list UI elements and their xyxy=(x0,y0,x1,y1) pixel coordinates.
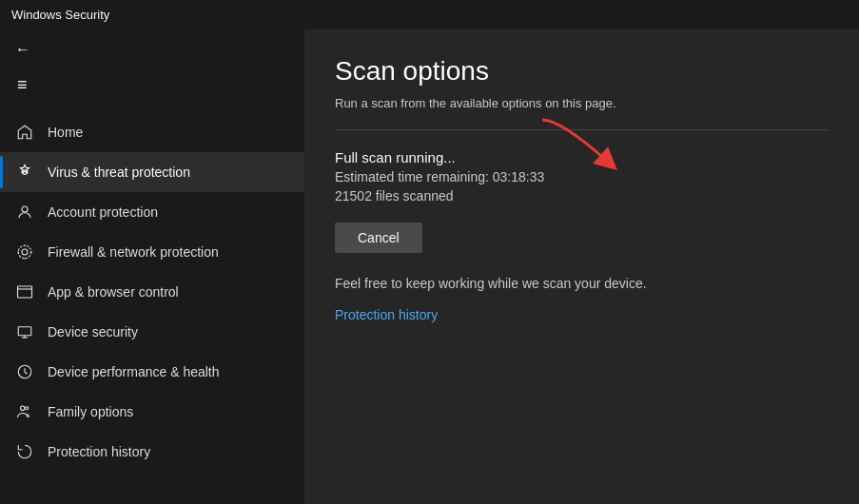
sidebar-item-browser[interactable]: App & browser control xyxy=(0,272,304,312)
sidebar-item-family-label: Family options xyxy=(48,404,133,419)
scan-info: Full scan running... Estimated time rema… xyxy=(335,149,829,204)
sidebar-item-account-label: Account protection xyxy=(48,204,158,220)
browser-icon xyxy=(15,282,34,301)
back-button[interactable]: ← xyxy=(11,39,34,60)
sidebar-item-virus-label: Virus & threat protection xyxy=(48,165,190,180)
svg-point-3 xyxy=(18,245,31,259)
sidebar-nav: Home Virus & threat protection xyxy=(0,112,304,472)
content-area: Scan options Run a scan from the availab… xyxy=(304,29,859,504)
scan-time: Estimated time remaining: 03:18:33 xyxy=(335,169,829,184)
svg-rect-4 xyxy=(18,286,32,298)
svg-point-9 xyxy=(21,406,26,411)
sidebar-item-firewall-label: Firewall & network protection xyxy=(48,244,219,260)
device-security-icon xyxy=(15,322,34,341)
sidebar-item-browser-label: App & browser control xyxy=(48,284,179,300)
sidebar-item-virus[interactable]: Virus & threat protection xyxy=(0,152,304,192)
firewall-icon xyxy=(15,242,34,262)
account-icon xyxy=(15,203,34,222)
sidebar-item-home-label: Home xyxy=(48,125,83,140)
protection-history-icon xyxy=(15,442,34,461)
svg-point-1 xyxy=(22,206,28,212)
sidebar-item-home[interactable]: Home xyxy=(0,112,304,152)
performance-icon xyxy=(15,362,34,381)
sidebar-item-firewall[interactable]: Firewall & network protection xyxy=(0,232,304,272)
title-bar: Windows Security xyxy=(0,0,859,29)
virus-icon xyxy=(15,163,34,182)
scan-status: Full scan running... xyxy=(335,149,829,165)
svg-point-2 xyxy=(22,249,28,255)
sidebar-item-protection-history-label: Protection history xyxy=(48,444,150,459)
main-layout: ← ≡ Home Virus xyxy=(0,29,859,504)
sidebar-item-protection-history[interactable]: Protection history xyxy=(0,432,304,472)
home-icon xyxy=(15,123,34,142)
sidebar-item-performance-label: Device performance & health xyxy=(48,364,220,379)
svg-point-10 xyxy=(26,407,29,410)
app-title: Windows Security xyxy=(11,8,109,22)
scan-files: 21502 files scanned xyxy=(335,188,829,204)
sidebar-item-device-security[interactable]: Device security xyxy=(0,312,304,352)
page-title: Scan options xyxy=(335,56,829,87)
protection-history-link[interactable]: Protection history xyxy=(335,307,438,322)
sidebar-item-account[interactable]: Account protection xyxy=(0,192,304,232)
svg-rect-6 xyxy=(18,327,31,336)
sidebar: ← ≡ Home Virus xyxy=(0,29,304,504)
cancel-button[interactable]: Cancel xyxy=(335,223,422,253)
family-icon xyxy=(15,402,34,421)
sidebar-item-device-security-label: Device security xyxy=(48,324,138,339)
sidebar-item-performance[interactable]: Device performance & health xyxy=(0,352,304,392)
divider xyxy=(335,129,829,130)
sidebar-item-family[interactable]: Family options xyxy=(0,392,304,432)
feel-free-text: Feel free to keep working while we scan … xyxy=(335,276,829,291)
page-subtitle: Run a scan from the available options on… xyxy=(335,96,829,110)
hamburger-button[interactable]: ≡ xyxy=(13,69,31,101)
sidebar-top: ← xyxy=(0,33,304,66)
